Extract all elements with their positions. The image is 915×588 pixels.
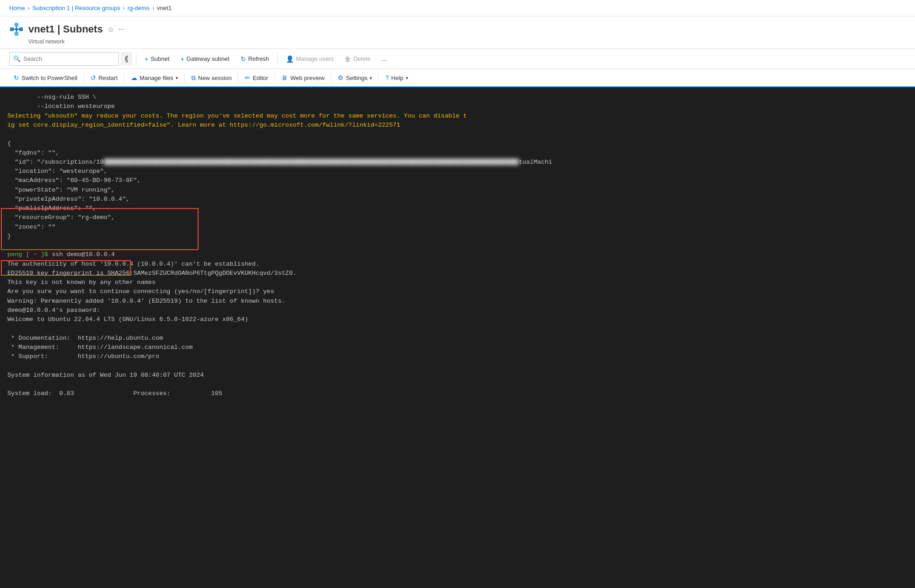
term-line-14: "resourceGroup": "rg-demo", bbox=[7, 213, 908, 222]
term-line-10: "macAddress": "60-45-BD-96-73-8F", bbox=[7, 176, 908, 185]
term-line-19: The authenticity of host '10.0.0.4 (10.0… bbox=[7, 260, 908, 269]
refresh-icon: ↻ bbox=[241, 55, 246, 63]
separator2 bbox=[277, 53, 278, 64]
shell-sep7 bbox=[378, 73, 379, 82]
settings-icon: ⚙ bbox=[338, 74, 344, 81]
new-session-label: New session bbox=[198, 75, 232, 81]
manage-users-button[interactable]: 👤 Manage users bbox=[281, 52, 338, 66]
manage-users-label: Manage users bbox=[296, 55, 334, 62]
terminal-area[interactable]: --nsg-rule SSH \ --location westeurope S… bbox=[0, 87, 915, 588]
delete-icon: 🗑 bbox=[344, 55, 351, 63]
add-gateway-icon: + bbox=[180, 55, 184, 63]
term-line-11: "powerState": "VM running", bbox=[7, 186, 908, 195]
manage-files-label: Manage files bbox=[140, 75, 173, 81]
term-line-30 bbox=[7, 361, 908, 370]
switch-label: Switch to PowerShell bbox=[22, 75, 77, 81]
delete-button[interactable]: 🗑 Delete bbox=[340, 52, 375, 66]
breadcrumb-rg[interactable]: rg-demo bbox=[128, 5, 150, 11]
term-line-31: System information as of Wed Jun 19 08:4… bbox=[7, 371, 908, 380]
help-icon: ? bbox=[385, 74, 389, 81]
settings-chevron-icon: ▾ bbox=[370, 75, 372, 80]
shell-sep5 bbox=[274, 73, 275, 82]
separator bbox=[136, 53, 136, 64]
search-input[interactable] bbox=[23, 55, 106, 62]
refresh-button[interactable]: ↻ Refresh bbox=[236, 52, 274, 66]
term-line-1: --nsg-rule SSH \ bbox=[7, 93, 908, 102]
breadcrumb-home[interactable]: Home bbox=[9, 5, 25, 11]
search-icon: 🔍 bbox=[13, 55, 21, 62]
svg-rect-0 bbox=[10, 27, 14, 31]
term-line-12: "privateIpAddress": "10.0.0.4", bbox=[7, 195, 908, 204]
page-header: vnet1 | Subnets ☆ ··· Virtual network bbox=[0, 16, 915, 49]
term-line-22: Are you sure you want to continue connec… bbox=[7, 287, 908, 296]
term-line-25: Welcome to Ubuntu 22.04.4 LTS (GNU/Linux… bbox=[7, 315, 908, 324]
term-line-21: This key is not known by any other names bbox=[7, 278, 908, 287]
term-line-18: peng [ ~ ]$ ssh demo@10.0.0.4 bbox=[7, 250, 908, 259]
help-chevron-icon: ▾ bbox=[406, 75, 408, 80]
collapse-panel-button[interactable]: ⟪ bbox=[121, 52, 132, 66]
add-icon: + bbox=[145, 55, 148, 63]
svg-rect-1 bbox=[19, 27, 23, 31]
page-subtitle: Virtual network bbox=[28, 38, 906, 45]
help-button[interactable]: ? Help ▾ bbox=[381, 70, 413, 85]
term-line-5 bbox=[7, 130, 908, 139]
term-line-3: Selecting "uksouth" may reduce your cost… bbox=[7, 112, 908, 121]
term-line-16: } bbox=[7, 232, 908, 241]
delete-label: Delete bbox=[353, 55, 371, 62]
term-line-28: * Management: https://landscape.canonica… bbox=[7, 343, 908, 352]
vnet-icon bbox=[9, 22, 24, 37]
term-line-7: "fqdns": "", bbox=[7, 149, 908, 158]
term-line-26 bbox=[7, 324, 908, 333]
web-preview-label: Web preview bbox=[290, 75, 324, 81]
shell-sep4 bbox=[238, 73, 238, 82]
more-button[interactable]: ... bbox=[377, 52, 391, 66]
toolbar-row1: 🔍 ⟪ + Subnet + Gateway subnet ↻ Refresh … bbox=[0, 49, 915, 69]
manage-users-icon: 👤 bbox=[286, 55, 294, 63]
restart-label: Restart bbox=[98, 75, 118, 81]
refresh-label: Refresh bbox=[248, 55, 269, 62]
shell-sep2 bbox=[124, 73, 124, 82]
restart-button[interactable]: ↺ Restart bbox=[86, 70, 122, 85]
term-line-24: demo@10.0.0.4's password: bbox=[7, 306, 908, 315]
term-line-13: "publicIpAddress": "", bbox=[7, 204, 908, 213]
switch-powershell-button[interactable]: ↻ Switch to PowerShell bbox=[9, 70, 82, 85]
svg-point-6 bbox=[15, 28, 18, 31]
add-gateway-button[interactable]: + Gateway subnet bbox=[176, 52, 234, 66]
switch-icon: ↻ bbox=[14, 74, 19, 81]
breadcrumb-subscription[interactable]: Subscription 1 | Resource groups bbox=[32, 5, 120, 11]
term-line-17 bbox=[7, 241, 908, 250]
term-line-20: ED25519 key fingerprint is SHA256:SAMezS… bbox=[7, 269, 908, 278]
shell-sep3 bbox=[184, 73, 185, 82]
add-subnet-button[interactable]: + Subnet bbox=[140, 52, 174, 66]
web-preview-button[interactable]: 🖥 Web preview bbox=[277, 70, 329, 85]
editor-button[interactable]: ✏ Editor bbox=[240, 70, 273, 85]
manage-files-chevron-icon: ▾ bbox=[176, 75, 178, 80]
add-subnet-label: Subnet bbox=[151, 55, 169, 62]
shell-sep6 bbox=[331, 73, 331, 82]
settings-label: Settings bbox=[346, 75, 367, 81]
breadcrumb: Home › Subscription 1 | Resource groups … bbox=[0, 0, 915, 16]
manage-files-button[interactable]: ☁ Manage files ▾ bbox=[126, 70, 183, 85]
more-label: ... bbox=[382, 55, 387, 62]
add-gateway-label: Gateway subnet bbox=[187, 55, 230, 62]
term-line-32 bbox=[7, 380, 908, 389]
cloud-shell-toolbar: ↻ Switch to PowerShell ↺ Restart ☁ Manag… bbox=[0, 69, 915, 87]
term-line-29: * Support: https://ubuntu.com/pro bbox=[7, 352, 908, 361]
help-label: Help bbox=[391, 75, 404, 81]
more-options-icon[interactable]: ··· bbox=[118, 25, 124, 33]
term-line-15: "zones": "" bbox=[7, 223, 908, 232]
term-line-6: { bbox=[7, 139, 908, 148]
editor-icon: ✏ bbox=[245, 74, 250, 81]
manage-files-icon: ☁ bbox=[131, 74, 137, 81]
page-title: vnet1 | Subnets bbox=[28, 23, 103, 35]
new-session-button[interactable]: ⧉ New session bbox=[187, 70, 237, 85]
breadcrumb-current: vnet1 bbox=[157, 5, 172, 11]
shell-sep1 bbox=[84, 73, 84, 82]
restart-icon: ↺ bbox=[91, 74, 96, 81]
new-session-icon: ⧉ bbox=[191, 74, 196, 82]
term-line-8: "id": "/subscriptions/10████████████████… bbox=[7, 158, 908, 167]
settings-button[interactable]: ⚙ Settings ▾ bbox=[333, 70, 377, 85]
search-box[interactable]: 🔍 bbox=[9, 52, 119, 66]
favorite-icon[interactable]: ☆ bbox=[108, 25, 114, 34]
term-line-4: ig set core.display_region_identified=fa… bbox=[7, 121, 908, 130]
